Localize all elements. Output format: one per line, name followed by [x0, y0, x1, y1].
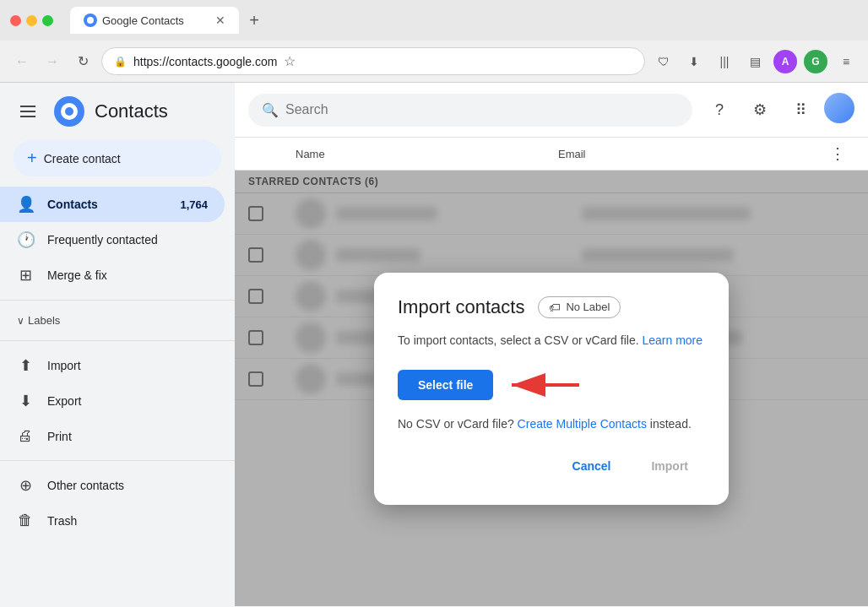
browser-actions: 🛡 ⬇ ||| ▤ A G ≡ [652, 50, 858, 73]
close-window-button[interactable] [10, 15, 21, 26]
sidebar-item-other-contacts[interactable]: ⊕ Other contacts [0, 468, 225, 503]
search-icon: 🔍 [262, 102, 279, 118]
sidebar-item-trash[interactable]: 🗑 Trash [0, 503, 225, 538]
sidebar-item-import[interactable]: ⬆ Import [0, 348, 225, 383]
chevron-down-icon: ∨ [17, 315, 24, 327]
select-file-button[interactable]: Select file [398, 370, 493, 400]
pocket-icon[interactable]: 🛡 [652, 50, 675, 73]
plus-icon: + [27, 149, 37, 168]
user-avatar[interactable] [824, 93, 854, 123]
extension-icon[interactable]: G [804, 50, 827, 73]
import-icon: ⬆ [17, 356, 34, 375]
frequently-contacted-label: Frequently contacted [47, 233, 158, 247]
col-more-header: ⋮ [821, 144, 854, 163]
import-label: Import [47, 359, 81, 372]
labels-label: Labels [28, 314, 60, 327]
print-label: Print [47, 430, 72, 443]
create-multiple-contacts-link[interactable]: Create Multiple Contacts [518, 417, 647, 431]
sidebar-header: Contacts [0, 89, 235, 140]
dialog-title-text: Import contacts [398, 296, 524, 318]
search-input[interactable] [285, 102, 679, 117]
merge-icon: ⊞ [17, 266, 34, 285]
contacts-count: 1,764 [180, 198, 208, 211]
print-icon: 🖨 [17, 427, 34, 445]
sidebar: Contacts + Create contact 👤 Contacts 1,7… [0, 83, 235, 606]
sidebar-divider-2 [0, 340, 235, 341]
trash-icon: 🗑 [17, 512, 34, 529]
col-email-header: Email [558, 148, 807, 160]
other-contacts-label: Other contacts [47, 479, 124, 492]
dialog-body-text: To import contacts, select a CSV or vCar… [398, 332, 705, 350]
clock-icon: 🕐 [17, 230, 34, 249]
url-text: https://contacts.google.com [133, 55, 277, 68]
title-bar: Google Contacts ✕ + [0, 0, 868, 41]
learn-more-link[interactable]: Learn more [642, 333, 703, 347]
other-contacts-icon: ⊕ [17, 476, 34, 495]
import-contacts-dialog: Import contacts 🏷 No Label To import con… [374, 273, 729, 505]
tab-bar: Google Contacts ✕ + [60, 7, 276, 34]
arrow-indicator [503, 368, 588, 402]
settings-button[interactable]: ⚙ [743, 93, 777, 127]
minimize-window-button[interactable] [26, 15, 37, 26]
import-button[interactable]: Import [634, 451, 705, 481]
contacts-logo [61, 103, 78, 120]
bookmarks-icon[interactable]: ||| [713, 50, 736, 73]
security-icon: 🔒 [114, 56, 127, 68]
app-layout: Contacts + Create contact 👤 Contacts 1,7… [0, 83, 868, 606]
dialog-footer: Cancel Import [398, 451, 705, 481]
tab-favicon [84, 14, 97, 27]
label-icon: 🏷 [549, 301, 561, 314]
content-area: STARRED CONTACTS (6) [235, 171, 868, 606]
tab-title: Google Contacts [102, 14, 184, 27]
sidebar-item-export[interactable]: ⬇ Export [0, 383, 225, 419]
address-bar[interactable]: 🔒 https://contacts.google.com ☆ [101, 47, 645, 75]
label-badge[interactable]: 🏷 No Label [538, 296, 621, 318]
nav-bar: ← → ↻ 🔒 https://contacts.google.com ☆ 🛡 … [0, 41, 868, 82]
maximize-window-button[interactable] [42, 15, 53, 26]
new-tab-button[interactable]: + [242, 8, 266, 32]
search-bar[interactable]: 🔍 [248, 94, 692, 127]
sidebar-item-print[interactable]: 🖨 Print [0, 419, 225, 453]
merge-fix-label: Merge & fix [47, 268, 107, 282]
help-button[interactable]: ? [703, 93, 736, 127]
create-contact-button[interactable]: + Create contact [14, 140, 221, 176]
export-icon: ⬇ [17, 392, 34, 410]
firefox-account-avatar[interactable]: A [773, 50, 797, 73]
header-actions: ? ⚙ ⠿ [703, 93, 854, 127]
labels-section[interactable]: ∨ Labels [0, 307, 235, 333]
trash-label: Trash [47, 514, 77, 528]
main-content: 🔍 ? ⚙ ⠿ Name Email ⋮ STAR [235, 83, 868, 606]
arrow-svg [503, 368, 588, 402]
forward-button[interactable]: → [41, 50, 64, 73]
no-csv-text: No CSV or vCard file? Create Multiple Co… [398, 417, 705, 431]
col-name-header: Name [296, 148, 545, 160]
main-header: 🔍 ? ⚙ ⠿ [235, 83, 868, 138]
active-tab[interactable]: Google Contacts ✕ [70, 7, 239, 34]
export-label: Export [47, 394, 81, 408]
create-contact-label: Create contact [44, 152, 121, 165]
dialog-title: Import contacts 🏷 No Label [398, 296, 705, 318]
app-name: Contacts [95, 100, 168, 122]
sidebar-divider [0, 300, 235, 301]
cancel-button[interactable]: Cancel [556, 451, 628, 481]
bookmark-icon[interactable]: ☆ [284, 53, 296, 69]
sidebar-item-merge-fix[interactable]: ⊞ Merge & fix [0, 257, 225, 293]
tab-close-button[interactable]: ✕ [215, 14, 225, 27]
sidebar-item-frequently-contacted[interactable]: 🕐 Frequently contacted [0, 222, 225, 257]
sidebar-item-contacts[interactable]: 👤 Contacts 1,764 [0, 187, 225, 222]
back-button[interactable]: ← [10, 50, 34, 73]
reader-icon[interactable]: ▤ [743, 50, 767, 73]
menu-icon[interactable]: ≡ [834, 50, 858, 73]
traffic-lights [10, 15, 53, 26]
label-badge-text: No Label [566, 301, 610, 313]
sidebar-divider-3 [0, 460, 235, 461]
table-header: Name Email ⋮ [235, 138, 868, 171]
download-icon[interactable]: ⬇ [682, 50, 706, 73]
dialog-overlay: Import contacts 🏷 No Label To import con… [235, 171, 868, 606]
apps-button[interactable]: ⠿ [784, 93, 817, 127]
app-icon [54, 96, 84, 127]
contacts-icon: 👤 [17, 195, 34, 214]
contacts-label: Contacts [47, 198, 98, 211]
refresh-button[interactable]: ↻ [71, 50, 95, 73]
hamburger-menu-button[interactable] [14, 96, 44, 127]
